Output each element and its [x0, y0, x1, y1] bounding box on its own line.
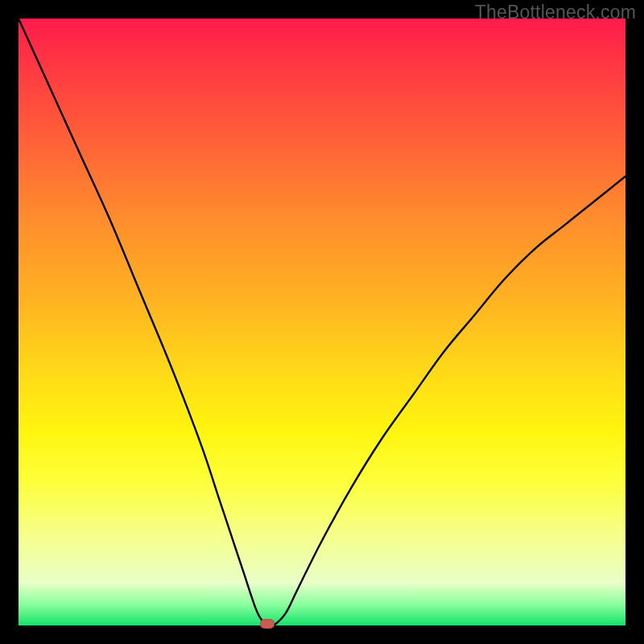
optimal-point-marker: [260, 619, 275, 629]
bottleneck-curve: [19, 19, 625, 625]
plot-area: [19, 19, 625, 625]
chart-frame: TheBottleneck.com: [0, 0, 644, 644]
